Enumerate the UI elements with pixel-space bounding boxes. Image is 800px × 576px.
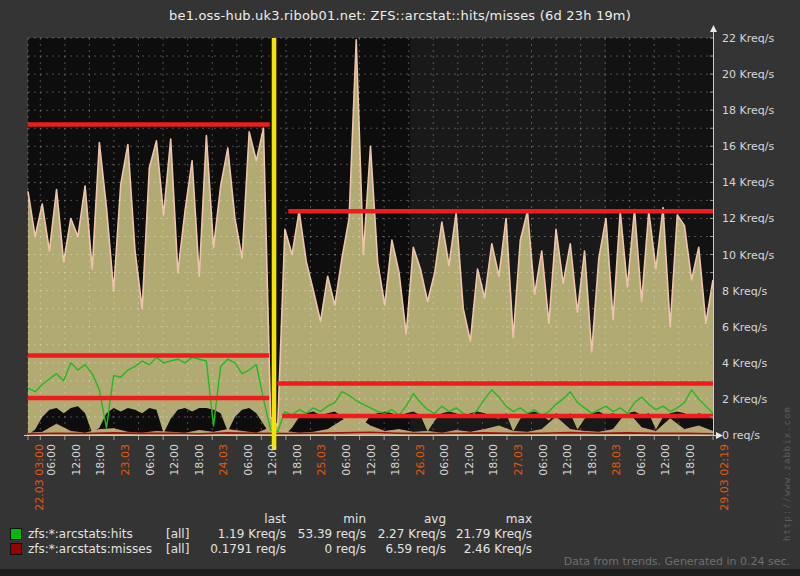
zabbix-graph-window: be1.oss-hub.uk3.ribob01.net: ZFS::arcsta… xyxy=(0,0,800,576)
x-axis-date-label: 29.03 02:19 xyxy=(719,444,730,511)
legend-header-last: last xyxy=(206,512,286,526)
x-axis-time-label: 12:00 xyxy=(464,444,475,476)
x-axis-time-label: 18:00 xyxy=(488,444,499,476)
y-axis-label: 10 Kreq/s xyxy=(722,250,794,261)
y-axis-label: 14 Kreq/s xyxy=(722,177,794,188)
x-axis-time-label: 18:00 xyxy=(685,444,696,476)
x-axis-date-label: 22.03 03:00 xyxy=(34,444,45,511)
x-axis-time-label: 06:00 xyxy=(538,444,549,476)
y-axis-label: 2 Kreq/s xyxy=(722,394,794,405)
x-axis-date-label: 23.03 xyxy=(120,444,131,476)
legend-item-name: zfs:*:arcstats:misses xyxy=(28,542,156,556)
y-axis-label: 18 Kreq/s xyxy=(722,105,794,116)
y-axis-arrow xyxy=(710,25,717,32)
legend-avg-value: 2.27 Kreq/s xyxy=(366,527,446,541)
x-axis-time-label: 06:00 xyxy=(636,444,647,476)
legend-header-avg: avg xyxy=(366,512,446,526)
legend-max-value: 21.79 Kreq/s xyxy=(446,527,532,541)
x-axis-time-label: 18:00 xyxy=(95,444,106,476)
x-axis-date-label: 24.03 xyxy=(218,444,229,476)
y-axis-label: 12 Kreq/s xyxy=(722,213,794,224)
x-axis-date-label: 28.03 xyxy=(611,444,622,476)
y-axis-label: 6 Kreq/s xyxy=(722,322,794,333)
bottom-strip xyxy=(0,569,800,576)
event-marker-line xyxy=(272,38,277,450)
x-axis-time-label: 06:00 xyxy=(341,444,352,476)
x-axis-time-label: 06:00 xyxy=(145,444,156,476)
legend-max-value: 2.46 Kreq/s xyxy=(446,542,532,556)
x-axis-time-label: 06:00 xyxy=(439,444,450,476)
x-axis-time-label: 18:00 xyxy=(194,444,205,476)
x-axis-time-label: 12:00 xyxy=(366,444,377,476)
generation-info: Data from trends. Generated in 0.24 sec. xyxy=(564,555,790,568)
y-axis-label: 4 Kreq/s xyxy=(722,358,794,369)
legend-avg-value: 6.59 req/s xyxy=(366,542,446,556)
x-axis-date-label: 27.03 xyxy=(513,444,524,476)
x-axis-time-label: 18:00 xyxy=(292,444,303,476)
legend-header-min: min xyxy=(286,512,366,526)
legend: lastminavgmaxzfs:*:arcstats:hits[all]1.1… xyxy=(10,511,532,556)
legend-swatch xyxy=(10,543,28,555)
x-axis-time-label: 12:00 xyxy=(267,444,278,476)
legend-min-value: 53.39 req/s xyxy=(286,527,366,541)
x-axis-time-label: 12:00 xyxy=(71,444,82,476)
graph-canvas[interactable] xyxy=(0,0,800,576)
x-axis-time-label: 12:00 xyxy=(660,444,671,476)
x-axis-time-label: 06:00 xyxy=(46,444,57,476)
y-axis-label: 8 Kreq/s xyxy=(722,286,794,297)
legend-last-value: 0.1791 req/s xyxy=(206,542,286,556)
x-axis-time-label: 12:00 xyxy=(169,444,180,476)
zabbix-url-watermark: http://www.zabbix.com xyxy=(782,406,792,541)
legend-header-max: max xyxy=(446,512,532,526)
legend-min-value: 0 req/s xyxy=(286,542,366,556)
legend-last-value: 1.19 Kreq/s xyxy=(206,527,286,541)
x-axis-date-label: 26.03 xyxy=(415,444,426,476)
x-axis-date-label: 25.03 xyxy=(316,444,327,476)
y-axis-label: 16 Kreq/s xyxy=(722,141,794,152)
x-axis-time-label: 18:00 xyxy=(390,444,401,476)
x-axis-time-label: 06:00 xyxy=(243,444,254,476)
legend-item-scope: [all] xyxy=(156,527,206,541)
y-axis-label: 22 Kreq/s xyxy=(722,33,794,44)
legend-item-name: zfs:*:arcstats:hits xyxy=(28,527,156,541)
x-axis-time-label: 18:00 xyxy=(587,444,598,476)
legend-item-scope: [all] xyxy=(156,542,206,556)
legend-swatch xyxy=(10,528,28,540)
x-axis-time-label: 12:00 xyxy=(562,444,573,476)
y-axis-label: 20 Kreq/s xyxy=(722,69,794,80)
